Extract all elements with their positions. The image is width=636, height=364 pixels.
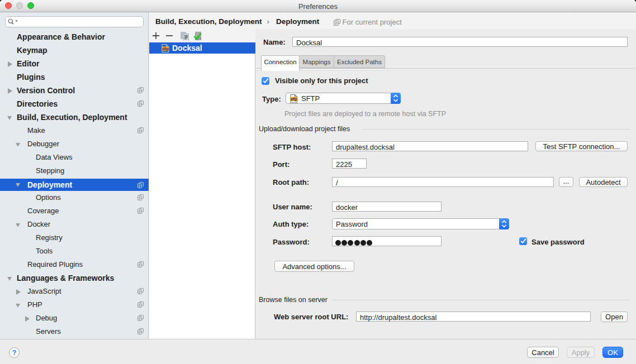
svg-text:sftp: sftp — [162, 47, 169, 51]
svg-text:sftp: sftp — [291, 97, 297, 102]
